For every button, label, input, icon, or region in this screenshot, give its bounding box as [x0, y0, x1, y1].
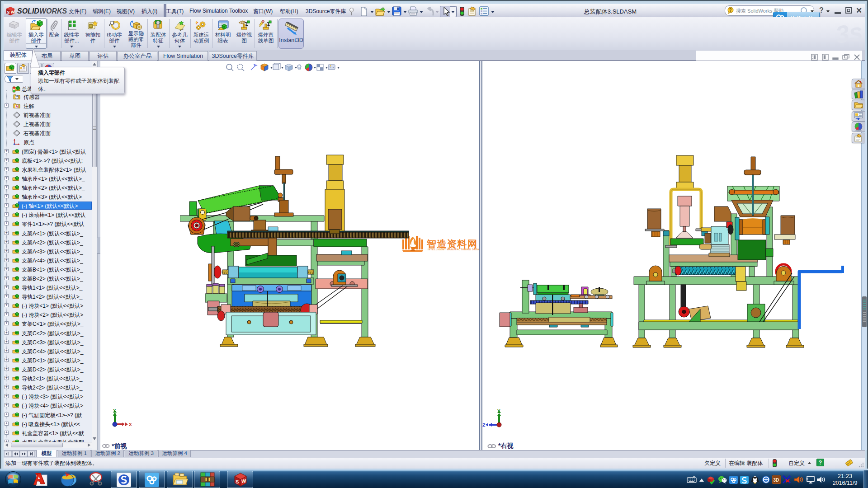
svg-text:?: ?	[729, 8, 732, 13]
svg-text:A: A	[16, 105, 18, 108]
svg-text:3D: 3D	[774, 478, 779, 483]
svg-text:Y: Y	[113, 408, 116, 413]
svg-text:Y: Y	[497, 408, 500, 414]
svg-text:S: S	[236, 479, 239, 485]
svg-text:W: W	[241, 478, 246, 484]
svg-text:X: X	[129, 422, 132, 427]
svg-text:S: S	[7, 10, 10, 14]
svg-text:Z: Z	[482, 422, 486, 428]
svg-text:W: W	[11, 9, 15, 14]
